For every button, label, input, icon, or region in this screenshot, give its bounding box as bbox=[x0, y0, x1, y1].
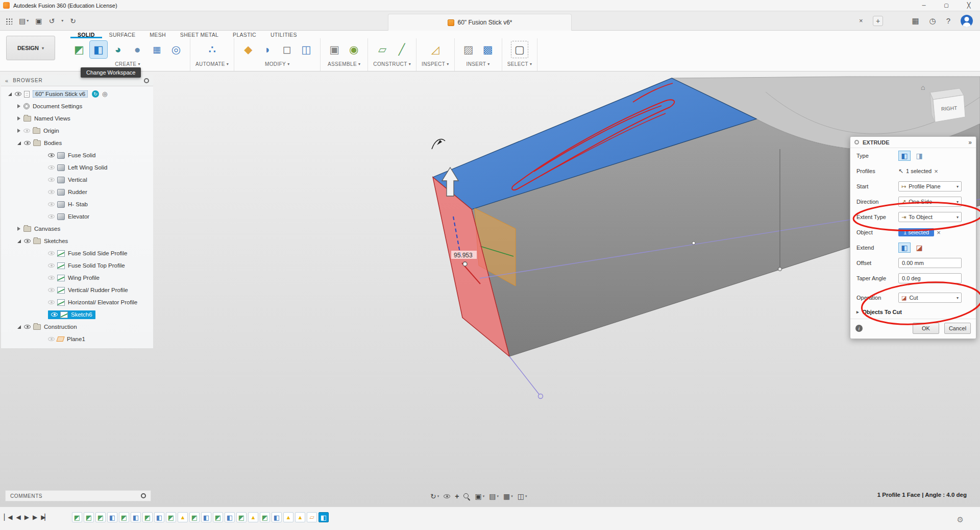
fillet-icon[interactable]: ◗ bbox=[259, 41, 276, 58]
sync-status-icon[interactable]: ↻ bbox=[92, 90, 99, 98]
expand-arrow-icon[interactable] bbox=[17, 129, 20, 133]
expand-arrow-icon[interactable] bbox=[17, 227, 20, 231]
extrude-dialog-header[interactable]: EXTRUDE » bbox=[850, 137, 976, 148]
help-icon[interactable]: ? bbox=[946, 16, 950, 25]
visibility-eye-icon[interactable] bbox=[48, 190, 55, 194]
visibility-eye-icon[interactable] bbox=[48, 300, 55, 304]
direction-dropdown[interactable]: ↗ One Side ▾ bbox=[898, 197, 962, 207]
select-group-label[interactable]: SELECT▾ bbox=[507, 61, 532, 67]
visibility-eye-icon[interactable] bbox=[24, 325, 31, 329]
info-icon[interactable]: i bbox=[855, 325, 863, 332]
dialog-popout-icon[interactable]: » bbox=[968, 139, 972, 146]
user-avatar[interactable] bbox=[961, 15, 973, 27]
play-button[interactable]: ▶ bbox=[24, 514, 28, 521]
ribbon-tab[interactable]: UTILITIES bbox=[263, 31, 304, 38]
comments-bar[interactable]: COMMENTS bbox=[5, 490, 151, 501]
visibility-eye-icon[interactable] bbox=[15, 92, 21, 96]
ribbon-tab[interactable]: PLASTIC bbox=[226, 31, 263, 38]
extend-faces-button[interactable]: ◧ bbox=[898, 243, 911, 253]
close-button[interactable]: ╳ bbox=[958, 0, 980, 11]
timeline-marker[interactable] bbox=[213, 512, 223, 522]
browser-row[interactable]: Left Wing Solid bbox=[1, 161, 153, 174]
visibility-eye-icon[interactable] bbox=[23, 129, 30, 133]
undo-history-caret[interactable]: ▾ bbox=[61, 18, 63, 23]
expand-arrow-icon[interactable] bbox=[17, 116, 20, 121]
browser-row[interactable]: Elevator bbox=[1, 210, 153, 223]
ok-button[interactable]: OK bbox=[913, 323, 939, 334]
expand-arrow-icon[interactable] bbox=[8, 92, 12, 96]
operation-dropdown[interactable]: ◪ Cut ▾ bbox=[898, 293, 962, 303]
root-document-label[interactable]: 60" Fusion Stick v6 bbox=[33, 90, 88, 98]
measure-icon[interactable]: ◿ bbox=[427, 41, 444, 58]
browser-row[interactable]: Horizontal/ Elevator Profile bbox=[1, 296, 153, 308]
browser-row[interactable]: Fuse Solid Side Profile bbox=[1, 247, 153, 259]
browser-row[interactable]: Bodies bbox=[1, 137, 153, 149]
comments-toggle-icon[interactable] bbox=[141, 493, 146, 498]
timeline-marker[interactable] bbox=[178, 512, 188, 522]
assemble-group-label[interactable]: ASSEMBLE▾ bbox=[328, 61, 361, 67]
viewport-layout-icon[interactable]: ◫▾ bbox=[518, 492, 527, 500]
timeline-marker[interactable] bbox=[107, 512, 117, 522]
create-group-label[interactable]: CREATE▾ bbox=[115, 61, 140, 67]
look-at-icon[interactable] bbox=[444, 494, 450, 498]
browser-row[interactable]: Canvases bbox=[1, 223, 153, 235]
file-menu-button[interactable]: ▤▾ bbox=[19, 17, 29, 25]
extrude-icon[interactable]: ◧ bbox=[90, 41, 107, 58]
timeline-marker[interactable] bbox=[119, 512, 129, 522]
timeline-marker[interactable] bbox=[225, 512, 235, 522]
grid-settings-icon[interactable]: ▦▾ bbox=[503, 492, 513, 500]
timeline-marker[interactable] bbox=[272, 512, 282, 522]
visibility-eye-icon[interactable] bbox=[48, 153, 55, 157]
workspace-selector-button[interactable]: DESIGN▾ bbox=[6, 36, 55, 60]
timeline-marker[interactable] bbox=[131, 512, 141, 522]
combine-icon[interactable]: ◫ bbox=[298, 41, 315, 58]
profiles-clear-icon[interactable]: × bbox=[934, 167, 938, 175]
timeline-marker[interactable] bbox=[166, 512, 176, 522]
browser-row[interactable]: Vertical/ Rudder Profile bbox=[1, 284, 153, 296]
inspect-group-label[interactable]: INSPECT▾ bbox=[422, 61, 449, 67]
shell-icon[interactable]: ◻ bbox=[278, 41, 296, 58]
ribbon-tab[interactable]: SURFACE bbox=[102, 31, 143, 38]
orbit-icon[interactable]: ↻▾ bbox=[430, 492, 439, 500]
display-settings-icon[interactable]: ▤▾ bbox=[489, 492, 499, 500]
visibility-eye-icon[interactable] bbox=[51, 312, 58, 317]
sweep-icon[interactable]: ● bbox=[129, 41, 146, 58]
timeline-marker[interactable] bbox=[295, 512, 305, 522]
timeline-marker[interactable] bbox=[95, 512, 106, 522]
undo-button[interactable]: ↺ bbox=[48, 17, 55, 25]
construct-group-label[interactable]: CONSTRUCT▾ bbox=[373, 61, 411, 67]
extent-type-dropdown[interactable]: ⇥ To Object ▾ bbox=[898, 212, 962, 222]
timeline-marker[interactable] bbox=[318, 512, 329, 522]
automate-group-label[interactable]: AUTOMATE▾ bbox=[195, 61, 229, 67]
go-to-end-button[interactable]: ▶▏ bbox=[41, 514, 48, 521]
step-back-button[interactable]: ◀ bbox=[16, 514, 19, 521]
job-status-icon[interactable]: ◷ bbox=[929, 16, 936, 26]
browser-row[interactable]: Document Settings bbox=[1, 100, 153, 112]
browser-row[interactable]: Sketch6 bbox=[1, 308, 153, 321]
redo-button[interactable]: ↻ bbox=[70, 17, 76, 25]
expand-arrow-icon[interactable] bbox=[17, 239, 21, 243]
extend-adjacent-button[interactable]: ◪ bbox=[913, 243, 925, 253]
visibility-eye-icon[interactable] bbox=[48, 178, 55, 182]
visibility-eye-icon[interactable] bbox=[48, 263, 55, 268]
browser-collapse-icon[interactable]: « bbox=[5, 78, 9, 84]
visibility-eye-icon[interactable] bbox=[24, 239, 31, 243]
start-dropdown[interactable]: ↦ Profile Plane ▾ bbox=[898, 181, 962, 191]
browser-options-icon[interactable] bbox=[144, 78, 149, 83]
save-button[interactable]: ▣ bbox=[35, 17, 42, 25]
expand-arrow-icon[interactable] bbox=[17, 104, 20, 108]
browser-row[interactable]: Fuse Solid bbox=[1, 149, 153, 161]
profiles-selected-chip[interactable]: 1 selected bbox=[906, 168, 932, 174]
decal-icon[interactable]: ▨ bbox=[460, 41, 477, 58]
timeline-marker[interactable] bbox=[307, 512, 317, 522]
browser-row[interactable]: Rudder bbox=[1, 186, 153, 198]
timeline-marker[interactable] bbox=[236, 512, 247, 522]
timeline-marker[interactable] bbox=[189, 512, 200, 522]
objects-to-cut-row[interactable]: ▸ Objects To Cut bbox=[850, 305, 976, 319]
timeline-marker[interactable] bbox=[142, 512, 153, 522]
ribbon-tab[interactable]: SOLID bbox=[70, 31, 102, 38]
ribbon-tab[interactable]: MESH bbox=[142, 31, 173, 38]
browser-row[interactable]: Construction bbox=[1, 321, 153, 333]
pattern-icon[interactable]: ▦ bbox=[148, 41, 165, 58]
timeline-settings-gear-icon[interactable]: ⚙ bbox=[957, 515, 964, 524]
